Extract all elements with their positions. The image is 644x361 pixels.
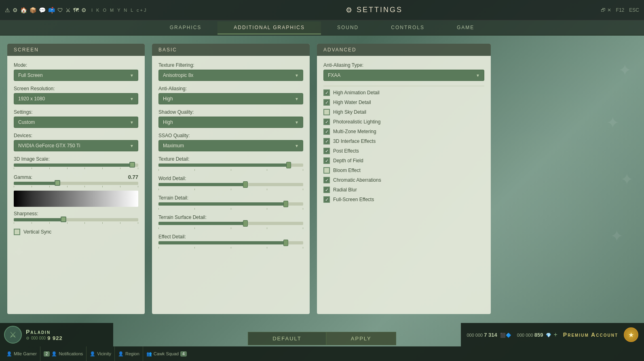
ssao-quality-value: Maximum xyxy=(163,143,184,149)
status-vicinity[interactable]: 👤 Vicinity xyxy=(87,346,115,361)
gamma-value: 0.77 xyxy=(128,174,138,180)
mode-dropdown[interactable]: Full Screen ▼ xyxy=(14,70,138,81)
texture-detail-thumb[interactable] xyxy=(286,162,291,168)
ssao-quality-dropdown[interactable]: Maximum ▼ xyxy=(158,140,303,151)
checkbox-row-interface_3d: 3D Interface Effects xyxy=(323,138,484,144)
texture-filtering-value: Anisotropic 8x xyxy=(163,72,193,78)
checkbox-high_water[interactable] xyxy=(323,99,330,106)
tick xyxy=(138,222,138,224)
checkbox-bloom_effect[interactable] xyxy=(323,167,330,174)
menu-icon-8[interactable]: ⚔ xyxy=(65,7,71,13)
cawk-squad-label: Cawk Squad xyxy=(154,351,179,356)
mode-label: Mode: xyxy=(14,62,138,68)
tick xyxy=(14,186,14,187)
tick xyxy=(231,169,231,171)
checkbox-row-chromatic: Chromatic Aberrations xyxy=(323,177,484,183)
sharpness-fill xyxy=(14,218,63,221)
gamma-thumb[interactable] xyxy=(55,180,60,186)
window-controls[interactable]: 🗗 ✕ xyxy=(601,7,611,13)
tick xyxy=(231,189,231,190)
apply-button[interactable]: Apply xyxy=(326,332,396,345)
menu-icon-4[interactable]: 📦 xyxy=(30,7,36,13)
tick xyxy=(303,247,303,248)
tab-game[interactable]: Game xyxy=(441,21,490,34)
tick xyxy=(158,208,159,210)
status-bar: 👤 Mlle Gamer 2 👤 Notifications 👤 Vicinit… xyxy=(0,346,644,361)
checkbox-label-post_effects: Post Effects xyxy=(333,148,359,154)
effect-detail-container: Effect Detail: xyxy=(158,234,303,249)
checkbox-label-chromatic: Chromatic Aberrations xyxy=(333,177,381,183)
tick xyxy=(194,227,195,229)
tick xyxy=(14,168,14,169)
anti-aliasing-dropdown[interactable]: High ▼ xyxy=(158,93,303,104)
tick xyxy=(120,222,120,224)
shadow-quality-arrow: ▼ xyxy=(295,120,299,125)
tick xyxy=(158,227,159,229)
settings-dropdown[interactable]: Custom ▼ xyxy=(14,117,138,128)
menu-icon-2[interactable]: ⚙ xyxy=(13,7,18,13)
vsync-checkbox[interactable] xyxy=(14,229,20,235)
menu-icon-1[interactable]: ⚠ xyxy=(5,7,10,13)
status-notifications[interactable]: 2 👤 Notifications xyxy=(40,346,87,361)
menu-icon-6[interactable]: 📫 xyxy=(48,7,55,13)
advanced-panel: Advanced Anti-Aliasing Type: FXAA ▼ High… xyxy=(317,44,491,314)
checkbox-depth_of_field[interactable] xyxy=(323,157,330,164)
aa-type-value: FXAA xyxy=(328,72,340,78)
checkbox-interface_3d[interactable] xyxy=(323,138,330,144)
tab-sound[interactable]: Sound xyxy=(321,21,375,34)
world-detail-thumb[interactable] xyxy=(243,181,248,188)
tab-additional-graphics[interactable]: Additional Graphics xyxy=(217,21,321,34)
texture-filtering-dropdown[interactable]: Anisotropic 8x ▼ xyxy=(158,70,303,81)
checkbox-multi_zone[interactable] xyxy=(323,128,330,135)
default-button[interactable]: Default xyxy=(248,332,326,345)
terrain-detail-container: Terrain Detail: xyxy=(158,195,303,210)
checkbox-post_effects[interactable] xyxy=(323,148,330,154)
aa-type-dropdown[interactable]: FXAA ▼ xyxy=(323,70,484,81)
tabs-bar: Graphics Additional Graphics Sound Contr… xyxy=(0,20,644,36)
image-scale-thumb[interactable] xyxy=(129,162,135,168)
checkbox-high_animation[interactable] xyxy=(323,89,330,96)
cawk-squad-count: 4 xyxy=(180,351,187,357)
status-region[interactable]: 👤 Region xyxy=(115,346,143,361)
tick xyxy=(267,189,267,190)
checkbox-photorealistic[interactable] xyxy=(323,119,330,125)
tick xyxy=(49,186,50,187)
tick xyxy=(102,186,103,187)
checkbox-radial_blur[interactable] xyxy=(323,187,330,193)
effect-detail-thumb[interactable] xyxy=(283,240,288,246)
checkbox-fullscreen_effects[interactable] xyxy=(323,196,330,203)
checkbox-chromatic[interactable] xyxy=(323,177,330,183)
gamma-gradient-preview xyxy=(14,191,138,207)
checkbox-row-multi_zone: Multi-Zone Metering xyxy=(323,128,484,135)
player-bar: ⚔ Paladin ⚙ 000 000 9 922 xyxy=(0,323,113,346)
checkbox-row-photorealistic: Photorealistic Lighting xyxy=(323,119,484,125)
checkbox-high_sky[interactable] xyxy=(323,109,330,115)
sharpness-thumb[interactable] xyxy=(61,217,66,222)
right-currency-add[interactable]: + xyxy=(554,331,557,338)
shortcut-letters: I K O M Y N L c+J xyxy=(91,8,148,13)
shadow-quality-dropdown[interactable]: High ▼ xyxy=(158,117,303,128)
tab-controls[interactable]: Controls xyxy=(375,21,441,34)
notifications-icon: 👤 xyxy=(51,351,57,357)
terrain-surface-thumb[interactable] xyxy=(243,220,248,227)
menu-icon-7[interactable]: 🛡 xyxy=(57,7,63,13)
tab-graphics[interactable]: Graphics xyxy=(154,21,218,34)
status-user[interactable]: 👤 Mlle Gamer xyxy=(3,346,40,361)
status-cawk-squad[interactable]: 👥 Cawk Squad 4 xyxy=(143,346,190,361)
texture-detail-container: Texture Detail: xyxy=(158,156,303,172)
resolution-dropdown[interactable]: 1920 x 1080 ▼ xyxy=(14,93,138,104)
right-currency-2-prefix: 000 000 xyxy=(517,333,533,338)
terrain-detail-ticks xyxy=(158,207,303,210)
menu-icon-5[interactable]: 💬 xyxy=(39,7,46,13)
checkbox-row-post_effects: Post Effects xyxy=(323,148,484,154)
anti-aliasing-row: Anti-Aliasing: High ▼ xyxy=(158,86,303,104)
menu-icon-3[interactable]: 🏠 xyxy=(20,7,27,13)
menu-icon-10[interactable]: ⚙ xyxy=(81,7,87,13)
tick xyxy=(303,208,303,210)
terrain-detail-thumb[interactable] xyxy=(283,201,288,207)
devices-dropdown[interactable]: NVIDIA GeForce GTX 750 Ti ▼ xyxy=(14,140,138,151)
shadow-quality-value: High xyxy=(163,119,173,125)
advanced-panel-title: Advanced xyxy=(323,47,357,53)
menu-icon-9[interactable]: 🗺 xyxy=(73,7,79,13)
tick xyxy=(84,168,85,169)
